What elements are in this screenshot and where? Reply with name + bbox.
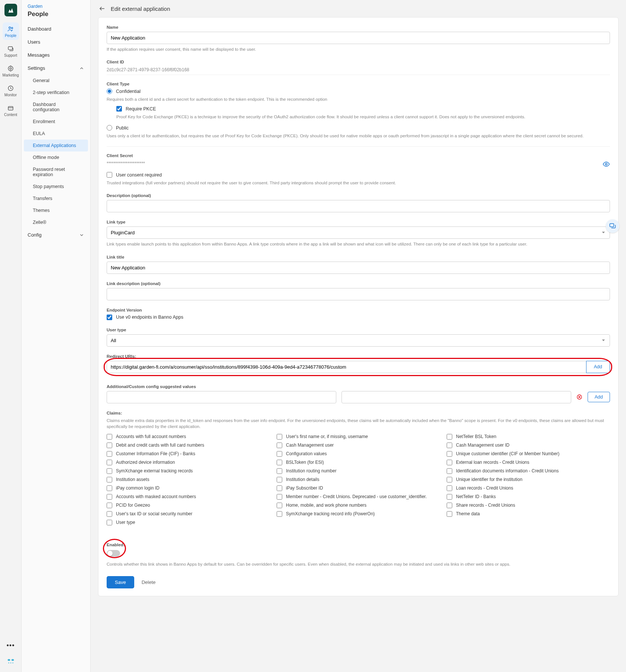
claim-checkbox[interactable]: [447, 503, 452, 508]
remove-icon[interactable]: [576, 394, 582, 400]
claim-checkbox[interactable]: [277, 503, 282, 508]
claim-checkbox[interactable]: [107, 468, 112, 474]
sub-password-reset[interactable]: Password reset expiration: [24, 163, 88, 181]
config-add-button[interactable]: Add: [588, 392, 610, 402]
client-type-label: Client Type: [107, 82, 610, 86]
sub-transfers[interactable]: Transfers: [24, 193, 88, 204]
claim-item: Institution details: [277, 477, 440, 482]
claim-checkbox[interactable]: [107, 460, 112, 465]
claim-checkbox[interactable]: [107, 477, 112, 482]
claim-checkbox[interactable]: [447, 468, 452, 474]
claim-item: Identification documents information - C…: [447, 468, 610, 474]
app-logo[interactable]: [4, 4, 17, 16]
rail-item-marketing[interactable]: Marketing: [3, 62, 19, 79]
sub-general[interactable]: General: [24, 75, 88, 87]
link-title-input[interactable]: [107, 262, 610, 274]
rail-item-monitor[interactable]: Monitor: [3, 82, 19, 99]
nav-config[interactable]: Config: [22, 228, 90, 241]
delete-button[interactable]: Delete: [142, 579, 156, 585]
nav-messages[interactable]: Messages: [22, 49, 90, 62]
claim-checkbox[interactable]: [277, 485, 282, 491]
redirect-input[interactable]: [107, 361, 586, 373]
claim-item: NetTeller ID - Banks: [447, 494, 610, 500]
link-desc-label: Link description (optional): [107, 281, 610, 286]
claim-checkbox[interactable]: [277, 460, 282, 465]
svg-point-0: [9, 27, 11, 29]
claim-checkbox[interactable]: [277, 511, 282, 517]
claim-checkbox[interactable]: [277, 434, 282, 440]
chevron-up-icon: [79, 66, 84, 71]
claim-label: iPay common login ID: [116, 485, 160, 491]
breadcrumb[interactable]: Garden: [22, 4, 90, 10]
sub-enrollment[interactable]: Enrollment: [24, 116, 88, 128]
claim-checkbox[interactable]: [447, 460, 452, 465]
claim-checkbox[interactable]: [447, 434, 452, 440]
nav-users[interactable]: Users: [22, 35, 90, 49]
claim-checkbox[interactable]: [277, 477, 282, 482]
claim-checkbox[interactable]: [277, 468, 282, 474]
claim-checkbox[interactable]: [107, 511, 112, 517]
sub-stop-payments[interactable]: Stop payments: [24, 181, 88, 193]
rail-item-content[interactable]: Content: [3, 101, 19, 119]
claim-checkbox[interactable]: [447, 485, 452, 491]
description-input[interactable]: [107, 200, 610, 212]
claim-item: Theme data: [447, 511, 610, 517]
sub-external-applications[interactable]: External Applications: [24, 140, 88, 151]
client-secret-value: **********************: [107, 160, 145, 168]
claim-checkbox[interactable]: [447, 511, 452, 517]
nav-settings[interactable]: Settings: [22, 62, 90, 75]
redirect-label: Redirect URIs:: [107, 354, 610, 359]
claim-label: iPay Subscriber ID: [286, 485, 323, 491]
sub-zelle[interactable]: Zelle®: [24, 216, 88, 228]
claim-checkbox[interactable]: [277, 451, 282, 457]
chat-icon[interactable]: [606, 219, 619, 233]
claim-checkbox[interactable]: [107, 443, 112, 448]
user-type-select[interactable]: All: [107, 334, 610, 347]
claim-checkbox[interactable]: [277, 443, 282, 448]
sub-offline[interactable]: Offline mode: [24, 151, 88, 163]
nav-dashboard[interactable]: Dashboard: [22, 22, 90, 35]
claim-checkbox[interactable]: [107, 434, 112, 440]
claim-label: BSLToken (for ESI): [286, 460, 324, 465]
save-button[interactable]: Save: [107, 576, 134, 588]
claim-checkbox[interactable]: [447, 494, 452, 500]
claim-checkbox[interactable]: [107, 494, 112, 500]
link-type-select[interactable]: PluginCard: [107, 226, 610, 239]
rail-item-support[interactable]: Support: [3, 42, 19, 60]
config-key-input[interactable]: [107, 391, 336, 403]
sub-dashboard-config[interactable]: Dashboard configuration: [24, 99, 88, 116]
claim-checkbox[interactable]: [447, 443, 452, 448]
section-title: People: [22, 10, 90, 22]
name-input[interactable]: [107, 32, 610, 44]
svg-point-1: [12, 27, 13, 29]
redirect-add-button[interactable]: Add: [586, 361, 610, 373]
sub-eula[interactable]: EULA: [24, 128, 88, 140]
client-id-label: Client ID: [107, 60, 610, 64]
claim-item: Share records - Credit Unions: [447, 503, 610, 508]
claim-label: Share records - Credit Unions: [456, 503, 515, 508]
enabled-toggle[interactable]: [107, 550, 120, 557]
rail-more-icon[interactable]: •••: [7, 642, 15, 650]
sub-2step[interactable]: 2-step verification: [24, 87, 88, 99]
require-pkce-checkbox[interactable]: [116, 106, 122, 112]
endpoint-checkbox[interactable]: [107, 315, 112, 320]
eye-icon[interactable]: [603, 160, 610, 168]
link-desc-input[interactable]: [107, 288, 610, 300]
consent-checkbox[interactable]: [107, 172, 112, 178]
claim-checkbox[interactable]: [107, 503, 112, 508]
claim-checkbox[interactable]: [447, 451, 452, 457]
claim-item: Debit and credit cards with full card nu…: [107, 443, 270, 448]
config-value-input[interactable]: [342, 391, 571, 403]
rail-footer-icon[interactable]: [7, 657, 15, 665]
claim-checkbox[interactable]: [447, 477, 452, 482]
rail-item-people[interactable]: People: [3, 22, 19, 40]
public-radio[interactable]: [107, 125, 112, 131]
claim-checkbox[interactable]: [107, 451, 112, 457]
back-arrow-icon[interactable]: [99, 5, 106, 12]
confidential-radio[interactable]: [107, 88, 112, 94]
claim-checkbox[interactable]: [277, 494, 282, 500]
sub-themes[interactable]: Themes: [24, 204, 88, 216]
enabled-label: Enabled:: [107, 543, 125, 547]
claim-checkbox[interactable]: [107, 520, 112, 525]
claim-checkbox[interactable]: [107, 485, 112, 491]
